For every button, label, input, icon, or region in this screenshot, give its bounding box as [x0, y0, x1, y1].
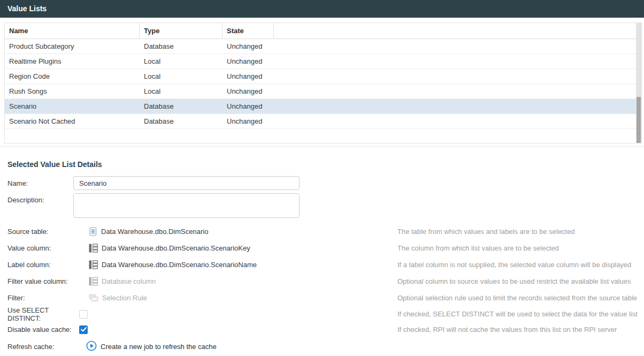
column-header-name[interactable]: Name	[5, 23, 140, 39]
refresh-cache-button[interactable]: Create a new job to refresh the cache	[86, 340, 217, 353]
row-state: Unchanged	[223, 57, 274, 65]
vertical-scrollbar[interactable]	[636, 23, 641, 143]
value-column-picker[interactable]: Data Warehouse.dbo.DimScenario.ScenarioK…	[89, 244, 250, 253]
table-row[interactable]: Product Subcategory Database Unchanged	[5, 39, 637, 54]
row-name: Product Subcategory	[5, 42, 140, 50]
row-type: Local	[140, 87, 223, 95]
name-label: Name:	[7, 179, 73, 187]
table-row[interactable]: Scenario Not Cached Database Unchanged	[5, 114, 637, 129]
table-row[interactable]: Region Code Local Unchanged	[5, 69, 637, 84]
scrollbar-thumb[interactable]	[637, 97, 641, 143]
row-name: Realtime Plugins	[5, 57, 140, 65]
database-column-icon	[89, 244, 98, 253]
table-row[interactable]: Realtime Plugins Local Unchanged	[5, 54, 637, 69]
row-type: Local	[140, 57, 223, 65]
source-table-help: The table from which values and labels a…	[397, 228, 575, 236]
column-header-state[interactable]: State	[223, 23, 274, 39]
filter-help: Optional selection rule used to limit th…	[397, 294, 637, 302]
table-header: Name Type State	[5, 23, 637, 39]
section-divider	[0, 146, 644, 147]
value-lists-table: Name Type State Product Subcategory Data…	[4, 22, 642, 143]
label-column-value: Data Warehouse.dbo.DimScenario.ScenarioN…	[102, 261, 257, 269]
value-column-value: Data Warehouse.dbo.DimScenario.ScenarioK…	[102, 244, 250, 252]
refresh-cache-label: Refresh cache:	[7, 343, 73, 351]
row-name: Scenario	[5, 102, 140, 110]
row-type: Local	[140, 72, 223, 80]
filter-picker[interactable]: Selection Rule	[89, 294, 147, 302]
filter-placeholder: Selection Rule	[102, 294, 147, 302]
refresh-cache-action-text: Create a new job to refresh the cache	[101, 343, 217, 351]
value-column-label: Value column:	[7, 244, 73, 252]
description-input[interactable]	[73, 193, 300, 218]
panel-title: Value Lists	[0, 0, 644, 18]
select-distinct-checkbox[interactable]	[79, 310, 88, 319]
row-type: Database	[140, 102, 223, 110]
disable-value-cache-label: Disable value cache:	[7, 325, 73, 334]
name-input[interactable]	[73, 176, 300, 190]
row-type: Database	[140, 42, 223, 50]
disable-value-cache-help: If checked, RPI will not cache the value…	[397, 325, 617, 334]
database-column-icon	[89, 260, 98, 269]
selection-rule-icon	[89, 294, 98, 302]
table-row[interactable]: Scenario Database Unchanged	[5, 99, 637, 114]
label-column-label: Label column:	[7, 261, 73, 269]
label-column-picker[interactable]: Data Warehouse.dbo.DimScenario.ScenarioN…	[89, 260, 257, 269]
column-header-empty	[274, 23, 637, 39]
row-name: Rush Songs	[5, 87, 140, 95]
column-header-type[interactable]: Type	[140, 23, 223, 39]
description-label: Description:	[7, 193, 73, 204]
table-row[interactable]: Rush Songs Local Unchanged	[5, 84, 637, 99]
label-column-help: If a label column is not supplied, the s…	[397, 261, 631, 269]
row-state: Unchanged	[223, 42, 274, 50]
filter-value-column-placeholder: Database column	[102, 277, 156, 285]
value-column-help: The column from which list values are to…	[397, 244, 559, 252]
row-state: Unchanged	[223, 117, 274, 125]
database-column-icon	[89, 277, 98, 286]
row-state: Unchanged	[223, 102, 274, 110]
select-distinct-label: Use SELECT DISTINCT:	[7, 306, 73, 322]
source-table-picker[interactable]: Data Warehouse.dbo.DimScenario	[89, 227, 208, 237]
details-section-title: Selected Value List Details	[7, 160, 644, 169]
filter-value-column-picker[interactable]: Database column	[89, 277, 156, 286]
row-type: Database	[140, 117, 223, 125]
select-distinct-help: If checked, SELECT DISTINCT will be used…	[397, 310, 638, 318]
filter-label: Filter:	[7, 294, 73, 302]
row-name: Scenario Not Cached	[5, 117, 140, 125]
source-table-value: Data Warehouse.dbo.DimScenario	[101, 228, 208, 236]
row-state: Unchanged	[223, 72, 274, 80]
disable-value-cache-checkbox[interactable]	[79, 325, 88, 334]
row-state: Unchanged	[223, 87, 274, 95]
play-circle-icon	[86, 340, 97, 353]
filter-value-column-label: Filter value column:	[7, 277, 73, 285]
table-icon	[89, 227, 97, 237]
row-name: Region Code	[5, 72, 140, 80]
empty-table-space	[5, 129, 637, 143]
source-table-label: Source table:	[7, 228, 73, 236]
filter-value-column-help: Optional column to source values to be u…	[397, 277, 631, 285]
